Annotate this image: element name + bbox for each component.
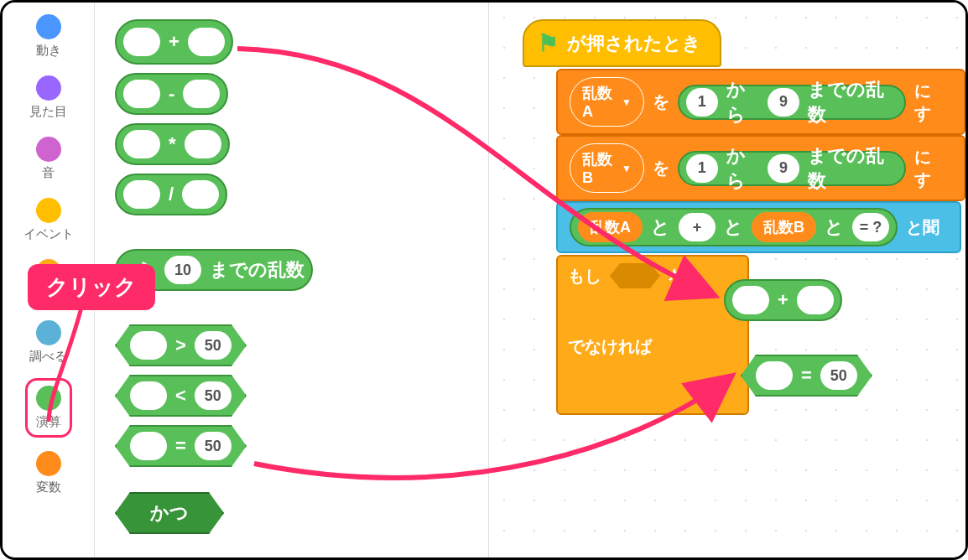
category-color-icon	[36, 386, 61, 411]
text: にす	[914, 80, 944, 125]
text: から	[726, 77, 760, 127]
operator-label: かつ	[150, 500, 189, 526]
text: と	[724, 215, 743, 240]
variable-reporter[interactable]: 乱数A	[578, 212, 643, 242]
category-変数[interactable]: 変数	[36, 451, 61, 495]
text: なら	[669, 265, 702, 288]
operator-symbol: +	[169, 31, 180, 53]
input-slot[interactable]	[182, 180, 219, 209]
category-演算[interactable]: 演算	[25, 378, 72, 438]
operator-symbol: <	[175, 385, 186, 407]
operator-subtract-block[interactable]: -	[115, 73, 228, 115]
input-slot[interactable]: +	[679, 213, 716, 241]
text: と聞	[906, 216, 939, 239]
input-slot[interactable]: 10	[164, 256, 201, 284]
input-slot[interactable]	[756, 361, 793, 390]
input-slot[interactable]	[188, 28, 225, 56]
ask-block[interactable]: 乱数A と + と 乱数B と = ? と聞	[556, 201, 961, 253]
set-variable-a-block[interactable]: 乱数A▼ を 1 から 9 までの乱数 にす	[556, 69, 965, 135]
category-調べる[interactable]: 調べる	[29, 320, 67, 365]
category-label: 見た目	[29, 104, 67, 120]
input-slot[interactable]	[123, 28, 160, 56]
category-color-icon	[36, 451, 61, 476]
text: と	[825, 215, 844, 240]
input-slot[interactable]: 50	[195, 432, 232, 460]
operator-random-inline[interactable]: 1 から 9 までの乱数	[678, 85, 906, 120]
category-動き[interactable]: 動き	[36, 14, 61, 59]
input-slot[interactable]	[130, 432, 167, 460]
category-label: 動き	[36, 43, 61, 59]
text: から	[726, 143, 760, 194]
join-reporter[interactable]: 乱数A と + と 乱数B と = ?	[570, 208, 898, 246]
variable-dropdown[interactable]: 乱数B▼	[570, 143, 644, 193]
operator-symbol: *	[169, 133, 176, 155]
operator-lt-block[interactable]: <50	[115, 375, 247, 417]
operator-symbol: =	[175, 435, 186, 457]
operator-random-inline[interactable]: 1 から 9 までの乱数	[678, 151, 906, 186]
chevron-down-icon: ▼	[622, 163, 632, 174]
input-slot[interactable]	[130, 381, 167, 410]
operator-gt-block[interactable]: >50	[115, 324, 247, 366]
text: と	[651, 215, 670, 240]
input-slot[interactable]	[797, 286, 834, 314]
operator-symbol: =	[801, 365, 812, 386]
input-slot[interactable]: 50	[820, 361, 857, 390]
operator-symbol: >	[175, 334, 186, 356]
variable-reporter[interactable]: 乱数B	[752, 212, 816, 242]
text-suffix: までの乱数	[210, 257, 304, 283]
input-slot[interactable]: 50	[195, 381, 232, 410]
variable-dropdown[interactable]: 乱数A▼	[570, 77, 644, 127]
hat-label: が押されたとき	[567, 31, 701, 56]
boolean-slot[interactable]	[610, 263, 660, 288]
category-label: 調べる	[29, 349, 67, 365]
category-label: 変数	[36, 480, 61, 495]
category-見た目[interactable]: 見た目	[29, 75, 67, 120]
chevron-down-icon: ▼	[622, 96, 632, 108]
input-slot[interactable]: 1	[686, 154, 718, 183]
input-slot[interactable]: 9	[768, 88, 799, 117]
input-slot[interactable]	[183, 80, 220, 108]
green-flag-icon: ⚑	[538, 29, 559, 57]
operator-symbol: /	[169, 184, 174, 205]
script-workspace[interactable]: ⚑が押されたとき 乱数A▼ を 1 から 9 までの乱数 にす 乱数B▼ を 1…	[489, 3, 965, 557]
operator-symbol: -	[169, 83, 174, 105]
text: までの乱数	[808, 77, 889, 127]
operator-divide-block[interactable]: /	[115, 174, 227, 215]
category-color-icon	[36, 75, 61, 101]
event-flag-clicked-block[interactable]: ⚑が押されたとき	[523, 19, 721, 67]
category-label: 音	[42, 165, 55, 181]
category-color-icon	[36, 198, 61, 223]
category-color-icon	[36, 320, 61, 345]
dragged-add-block[interactable]: +	[724, 279, 842, 321]
category-color-icon	[36, 14, 61, 39]
category-イベント[interactable]: イベント	[23, 198, 74, 242]
annotation-callout: クリック	[28, 264, 155, 310]
input-slot[interactable]: 9	[768, 154, 799, 183]
text: を	[653, 157, 669, 179]
category-label: 演算	[36, 414, 61, 430]
input-slot[interactable]	[123, 180, 160, 209]
text: にす	[914, 146, 944, 191]
category-label: イベント	[23, 226, 74, 242]
dragged-eq-block[interactable]: =50	[741, 355, 872, 397]
set-variable-b-block[interactable]: 乱数B▼ を 1 から 9 までの乱数 にす	[556, 135, 965, 201]
text: もし	[568, 265, 601, 288]
category-color-icon	[36, 137, 61, 162]
input-slot[interactable]: 50	[195, 331, 232, 360]
input-slot[interactable]: = ?	[852, 213, 889, 241]
input-slot[interactable]: 1	[686, 88, 718, 117]
operator-multiply-block[interactable]: *	[115, 123, 230, 165]
input-slot[interactable]	[123, 80, 160, 108]
text: を	[653, 91, 669, 113]
input-slot[interactable]	[185, 130, 221, 158]
input-slot[interactable]	[123, 130, 160, 158]
operator-and-block[interactable]: かつ	[115, 492, 224, 534]
input-slot[interactable]	[130, 331, 167, 360]
category-音[interactable]: 音	[36, 137, 61, 181]
operator-eq-block[interactable]: =50	[115, 425, 247, 467]
operator-add-block[interactable]: +	[115, 19, 233, 65]
input-slot[interactable]	[732, 286, 769, 314]
if-else-block[interactable]: もしなら でなければ	[556, 255, 749, 415]
operator-symbol: +	[778, 289, 788, 311]
text: でなければ	[568, 335, 652, 358]
